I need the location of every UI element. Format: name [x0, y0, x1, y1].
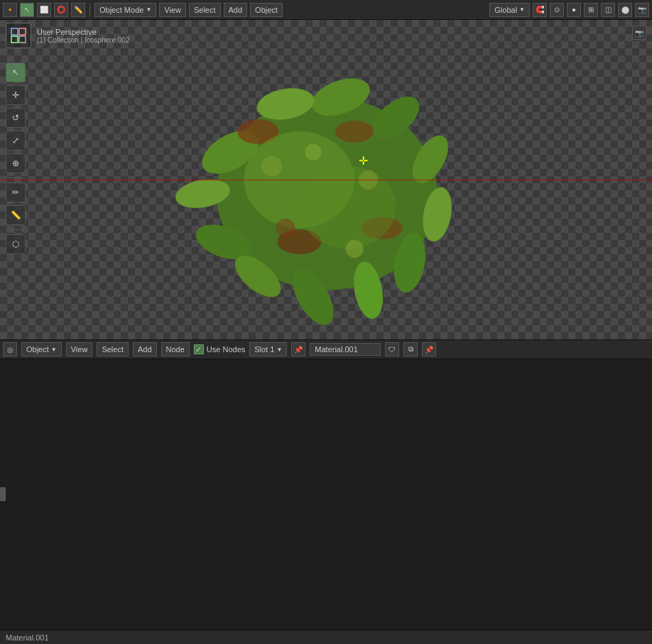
- viewport-top-right: 📷: [632, 26, 646, 40]
- select-menu[interactable]: Select: [189, 3, 221, 17]
- use-nodes-label: Use Nodes: [207, 345, 245, 354]
- svg-point-14: [335, 121, 374, 143]
- viewport-header: User Perspective (1) Collection | Icosph…: [0, 20, 135, 51]
- add-menu[interactable]: Add: [224, 3, 248, 17]
- render-icon[interactable]: ●: [567, 3, 581, 17]
- node-editor-icon[interactable]: ◎: [3, 342, 17, 356]
- status-material-name: Material.001: [6, 633, 49, 642]
- view-camera-icon[interactable]: 📷: [632, 26, 646, 40]
- svg-rect-24: [11, 28, 18, 35]
- node-add-menu[interactable]: Add: [133, 342, 157, 356]
- chevron-down-icon2: ▼: [519, 6, 525, 13]
- svg-rect-26: [11, 36, 18, 43]
- select-lasso-icon[interactable]: ✏️: [71, 3, 85, 17]
- chevron4: ▼: [276, 346, 282, 353]
- node-canvas-bg: [0, 359, 652, 644]
- material-shield-icon[interactable]: 🛡: [385, 342, 399, 356]
- overlay-icon[interactable]: ⊞: [584, 3, 598, 17]
- move-tool[interactable]: ✛: [6, 85, 26, 105]
- node-object-dropdown[interactable]: Object ▼: [21, 342, 62, 356]
- object-mode-label: Object Mode: [99, 6, 143, 14]
- perspective-icon: [6, 23, 31, 48]
- snap-icon[interactable]: 🧲: [533, 3, 547, 17]
- top-toolbar: 🔸 ↖ ⬜ ⭕ ✏️ Object Mode ▼ View Select Add…: [0, 0, 652, 20]
- svg-rect-25: [19, 28, 26, 35]
- material-pin2-icon[interactable]: 📌: [422, 342, 436, 356]
- rotate-tool[interactable]: ↺: [6, 108, 26, 128]
- view-name: User Perspective: [37, 28, 129, 36]
- collection-info: (1) Collection | Icosphere.002: [37, 36, 129, 44]
- select-tool[interactable]: ↖: [6, 62, 26, 82]
- svg-point-22: [346, 240, 364, 258]
- svg-point-18: [299, 166, 396, 249]
- select-box-icon[interactable]: ⬜: [37, 3, 51, 17]
- use-nodes-toggle[interactable]: ✓ Use Nodes: [194, 344, 245, 354]
- material-name-input[interactable]: Material.001: [310, 343, 381, 356]
- object-menu[interactable]: Object: [250, 3, 283, 17]
- status-bar: Material.001: [0, 630, 652, 644]
- svg-point-20: [305, 144, 321, 160]
- annotate-tool[interactable]: ✏: [6, 182, 26, 202]
- scale-tool[interactable]: ⤢: [6, 131, 26, 151]
- node-canvas[interactable]: Texture Coordinate Generated Normal UV O…: [0, 359, 652, 644]
- crosshair: ✛: [359, 154, 368, 168]
- node-node-menu[interactable]: Node: [161, 342, 190, 356]
- global-label: Global: [494, 6, 517, 14]
- proportional-icon[interactable]: ⊙: [550, 3, 564, 17]
- transform-tool[interactable]: ⊕: [6, 153, 26, 173]
- object-mode-dropdown[interactable]: Object Mode ▼: [94, 3, 156, 17]
- viewport-organism: [92, 41, 575, 332]
- xray-icon[interactable]: ◫: [601, 3, 615, 17]
- chevron-down-icon: ▼: [146, 6, 151, 13]
- scroll-indicator[interactable]: [0, 487, 6, 501]
- x-axis-line: [0, 180, 652, 180]
- node-view-menu[interactable]: View: [66, 342, 93, 356]
- node-pin-icon[interactable]: 📌: [291, 342, 305, 356]
- node-select-menu[interactable]: Select: [97, 342, 129, 356]
- use-nodes-checkbox[interactable]: ✓: [194, 344, 204, 354]
- viewport-camera-icon[interactable]: 📷: [635, 3, 649, 17]
- viewport[interactable]: ✛ ↖ ✛ ↺ ⤢ ⊕ ✏ 📏 ⬡ User Perspective (1) C…: [0, 20, 652, 339]
- material-copy-icon[interactable]: ⧉: [403, 342, 418, 356]
- view-menu[interactable]: View: [159, 3, 186, 17]
- node-object-label: Object: [26, 345, 49, 354]
- cursor-tool-icon[interactable]: ↖: [20, 3, 34, 17]
- svg-point-19: [261, 155, 282, 176]
- svg-point-23: [276, 219, 295, 238]
- select-circle-icon[interactable]: ⭕: [54, 3, 68, 17]
- slot-label: Slot 1: [254, 345, 274, 354]
- node-toolbar: ◎ Object ▼ View Select Add Node ✓ Use No…: [0, 339, 652, 359]
- slot-dropdown[interactable]: Slot 1 ▼: [249, 342, 287, 356]
- svg-rect-27: [19, 36, 26, 43]
- viewport-left-toolbar: ↖ ✛ ↺ ⤢ ⊕ ✏ 📏 ⬡: [6, 62, 26, 254]
- measure-tool[interactable]: 📏: [6, 205, 26, 225]
- chevron3: ▼: [51, 346, 57, 353]
- viewport-shade-icon[interactable]: ⬤: [618, 3, 632, 17]
- global-dropdown[interactable]: Global ▼: [489, 3, 530, 17]
- blender-icon[interactable]: 🔸: [3, 3, 17, 17]
- add-primitive-tool[interactable]: ⬡: [6, 234, 26, 254]
